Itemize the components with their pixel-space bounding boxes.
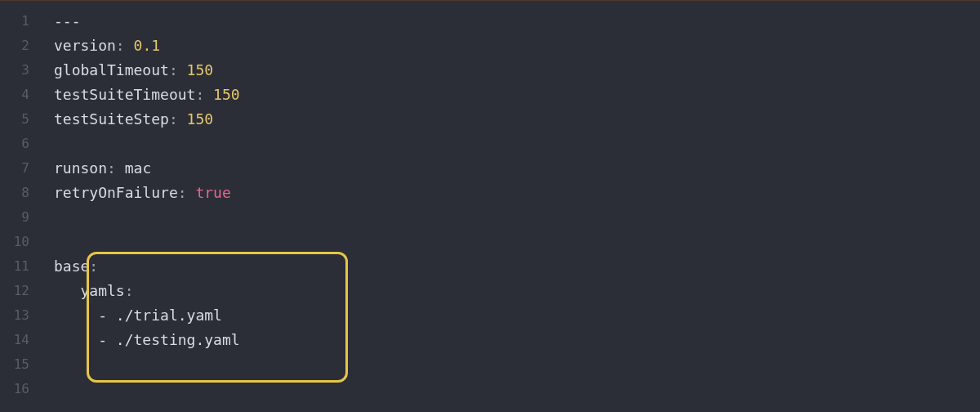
token: ./testing.yaml (116, 331, 240, 348)
code-line[interactable]: testSuiteStep: 150 (54, 107, 980, 132)
token: 150 (213, 86, 240, 103)
code-line[interactable] (54, 230, 980, 254)
code-line[interactable] (54, 132, 980, 156)
code-line[interactable] (54, 352, 980, 377)
code-line[interactable]: globalTimeout: 150 (54, 58, 980, 83)
token: 150 (187, 110, 214, 128)
token: : (169, 61, 187, 78)
line-number: 13 (0, 303, 39, 328)
code-editor[interactable]: 12345678910111213141516 ---version: 0.1g… (0, 0, 980, 412)
code-line[interactable]: - ./testing.yaml (54, 328, 980, 352)
token: testSuiteStep (54, 110, 169, 128)
line-number-gutter: 12345678910111213141516 (0, 1, 39, 412)
token: 0.1 (134, 37, 161, 54)
token: 150 (187, 61, 214, 78)
line-number: 10 (0, 230, 39, 254)
token: : (125, 282, 134, 299)
code-line[interactable]: - ./trial.yaml (54, 303, 980, 328)
line-number: 14 (0, 328, 39, 352)
token: : (169, 110, 187, 128)
token: : (178, 184, 196, 201)
token: testSuiteTimeout (54, 86, 195, 103)
token: - (54, 307, 116, 324)
token: runson (54, 159, 107, 177)
token: true (195, 184, 230, 201)
code-line[interactable]: runson: mac (54, 156, 980, 181)
code-line[interactable]: yamls: (54, 279, 980, 303)
code-line[interactable]: retryOnFailure: true (54, 181, 980, 205)
line-number: 6 (0, 132, 39, 156)
token: : (195, 86, 213, 103)
code-content[interactable]: ---version: 0.1globalTimeout: 150testSui… (39, 1, 980, 412)
token: : (107, 159, 125, 177)
token: yamls (81, 282, 125, 299)
token: --- (54, 12, 81, 29)
token: version (54, 37, 116, 54)
line-number: 12 (0, 279, 39, 303)
line-number: 7 (0, 156, 39, 181)
token: globalTimeout (54, 61, 169, 78)
token: base (54, 258, 89, 275)
token: : (116, 37, 134, 54)
line-number: 9 (0, 205, 39, 230)
line-number: 3 (0, 58, 39, 83)
token: ./trial.yaml (116, 307, 222, 324)
code-line[interactable]: testSuiteTimeout: 150 (54, 83, 980, 107)
line-number: 1 (0, 9, 39, 34)
code-line[interactable]: base: (54, 254, 980, 279)
token: - (54, 331, 116, 348)
code-line[interactable] (54, 205, 980, 230)
token: : (89, 258, 98, 275)
line-number: 8 (0, 181, 39, 205)
line-number: 15 (0, 352, 39, 377)
code-line[interactable]: version: 0.1 (54, 34, 980, 58)
line-number: 11 (0, 254, 39, 279)
token: retryOnFailure (54, 184, 178, 201)
line-number: 5 (0, 107, 39, 132)
code-line[interactable]: --- (54, 9, 980, 34)
token (54, 282, 81, 299)
line-number: 2 (0, 34, 39, 58)
line-number: 16 (0, 377, 39, 401)
line-number: 4 (0, 83, 39, 107)
code-line[interactable] (54, 377, 980, 401)
token: mac (125, 159, 152, 177)
